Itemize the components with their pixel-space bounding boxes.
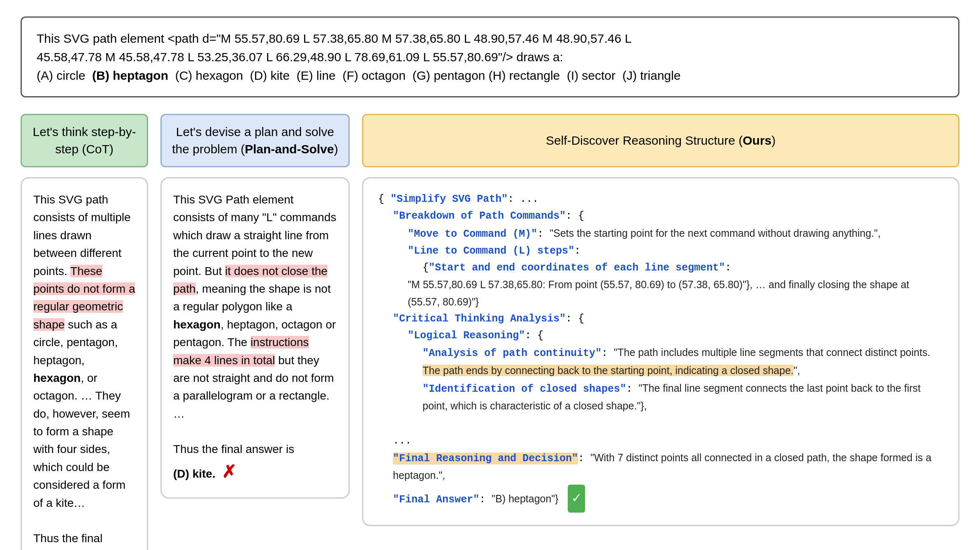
self-line8: "Logical Reasoning": { [408, 327, 943, 344]
plan-body: This SVG Path element consists of many "… [173, 191, 337, 423]
plan-content-box: This SVG Path element consists of many "… [160, 177, 350, 499]
question-box: This SVG path element <path d="M 55.57,8… [21, 16, 959, 97]
self-text: { "Simplify SVG Path": ... "Breakdown of… [378, 191, 943, 513]
cot-highlight: These points do not form a regular geome… [33, 265, 135, 331]
self-line11: ... [393, 432, 943, 449]
self-content-box: { "Simplify SVG Path": ... "Breakdown of… [362, 177, 959, 526]
headers-row: Let's think step-by-step (CoT) Let's dev… [21, 114, 959, 167]
self-correct-icon: ✓ [568, 485, 585, 512]
plan-wrong-icon: ✗ [222, 458, 236, 485]
self-line12: "Final Reasoning and Decision": "With 7 … [393, 449, 943, 485]
self-line1: { "Simplify SVG Path": ... [378, 191, 943, 208]
plan-hexagon: hexagon [173, 318, 221, 331]
plan-answer: (D) kite. [173, 467, 216, 480]
cot-body: This SVG path consists of multiple lines… [33, 191, 135, 512]
cot-header: Let's think step-by-step (CoT) [21, 114, 148, 167]
plan-highlight1: it does not close the path [173, 265, 327, 295]
self-line6: "M 55.57,80.69 L 57.38,65.80: From point… [408, 276, 943, 310]
self-line9: "Analysis of path continuity": "The path… [423, 344, 943, 380]
self-line2: "Breakdown of Path Commands": { [393, 208, 943, 224]
self-line4: "Line to Command (L) steps": [408, 243, 943, 259]
self-line10: "Identification of closed shapes": "The … [423, 380, 943, 416]
question-text: This SVG path element <path d="M 55.57,8… [37, 32, 680, 82]
self-line13: "Final Answer": "B) heptagon"} ✓ [393, 485, 943, 512]
self-line7: "Critical Thinking Analysis": { [393, 310, 943, 327]
plan-header: Let's devise a plan and solve the proble… [160, 114, 350, 167]
content-row: This SVG path consists of multiple lines… [21, 177, 959, 550]
self-line3: "Move to Command (M)": "Sets the startin… [408, 225, 943, 243]
cot-hexagon: hexagon [33, 372, 81, 384]
plan-conclusion: Thus the final answer is (D) kite. ✗ [173, 440, 337, 485]
self-header: Self-Discover Reasoning Structure (Ours) [362, 114, 959, 167]
cot-content-box: This SVG path consists of multiple lines… [21, 177, 148, 550]
plan-highlight2: instructions make 4 lines in total [173, 336, 309, 366]
self-highlight1: The path ends by connecting back to the … [423, 365, 794, 376]
cot-conclusion: Thus the final answer is (D) kite. ✗ [33, 529, 135, 550]
self-line5: {"Start and end coordinates of each line… [423, 259, 943, 276]
